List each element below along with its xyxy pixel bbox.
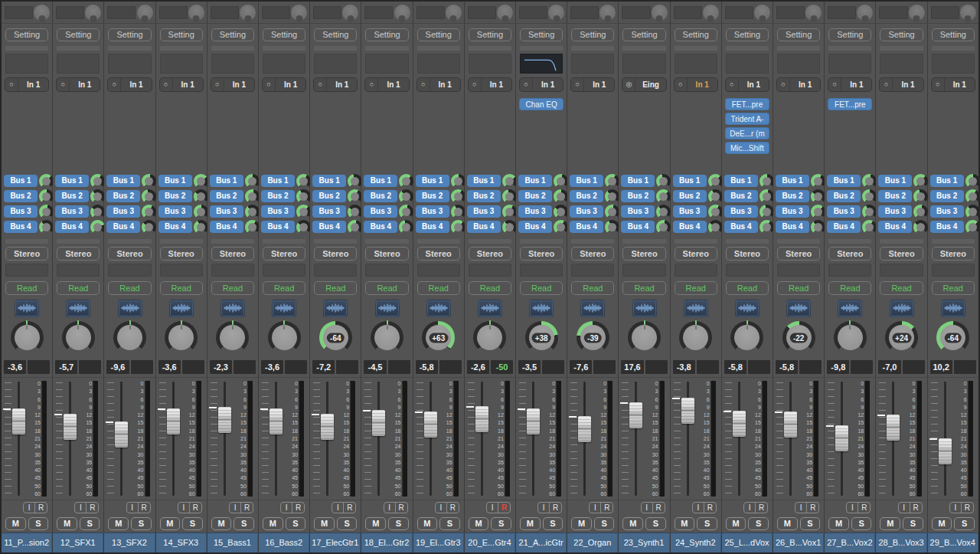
solo-button[interactable]: S xyxy=(594,517,615,530)
track-name[interactable]: 24_Synth2 xyxy=(671,533,721,552)
output-button[interactable]: Stereo xyxy=(365,247,408,261)
input-button[interactable]: ○ In 1 xyxy=(931,77,975,92)
eq-display[interactable] xyxy=(932,54,975,74)
automation-button[interactable]: Read xyxy=(417,281,460,295)
mute-button[interactable]: M xyxy=(5,517,26,530)
send-bus-button[interactable]: Bus 4 xyxy=(673,221,707,233)
peak-display[interactable]: -50 xyxy=(491,360,513,374)
mute-button[interactable]: M xyxy=(726,517,746,530)
mute-button[interactable]: M xyxy=(622,517,643,530)
volume-display[interactable]: -3,5 xyxy=(518,360,541,374)
mute-button[interactable]: M xyxy=(108,517,129,530)
send-bus-button[interactable]: Bus 3 xyxy=(4,205,38,218)
send-bus-button[interactable]: Bus 2 xyxy=(4,190,38,202)
send-bus-button[interactable]: Bus 3 xyxy=(827,205,861,218)
setting-button[interactable]: Setting xyxy=(932,28,975,41)
setting-button[interactable]: Setting xyxy=(622,28,665,41)
record-button[interactable]: R xyxy=(139,503,150,513)
solo-button[interactable]: S xyxy=(491,517,511,530)
pan-knob[interactable] xyxy=(371,321,403,354)
fader-cap[interactable] xyxy=(835,425,848,451)
send-level-knob[interactable] xyxy=(913,174,928,188)
send-slot-bar[interactable] xyxy=(571,239,614,244)
send-level-knob[interactable] xyxy=(708,174,723,188)
group-slot[interactable] xyxy=(726,264,769,277)
send-level-knob[interactable] xyxy=(913,205,928,219)
send-bus-button[interactable]: Bus 4 xyxy=(878,221,912,233)
pan-knob[interactable]: -64 xyxy=(936,321,969,354)
output-button[interactable]: Stereo xyxy=(880,247,923,261)
group-slot[interactable] xyxy=(57,264,100,277)
send-bus-button[interactable]: Bus 2 xyxy=(673,190,707,202)
volume-display[interactable]: -3,6 xyxy=(261,360,283,374)
send-level-knob[interactable] xyxy=(142,205,156,219)
send-bus-button[interactable]: Bus 1 xyxy=(364,175,397,187)
send-level-knob[interactable] xyxy=(708,189,723,204)
waveform-icon-button[interactable] xyxy=(890,300,914,317)
record-button[interactable]: R xyxy=(601,503,612,513)
solo-button[interactable]: S xyxy=(131,517,152,530)
send-level-knob[interactable] xyxy=(451,220,466,234)
input-monitor-button[interactable]: I xyxy=(75,503,87,513)
group-slot[interactable] xyxy=(571,264,614,277)
mute-button[interactable]: M xyxy=(932,517,952,530)
send-level-knob[interactable] xyxy=(399,174,413,188)
send-level-knob[interactable] xyxy=(811,205,825,219)
fader-cap[interactable] xyxy=(12,408,25,434)
eq-slot-bar[interactable] xyxy=(828,46,871,51)
send-bus-button[interactable]: Bus 4 xyxy=(55,221,89,233)
send-level-knob[interactable] xyxy=(39,205,54,219)
automation-button[interactable]: Read xyxy=(108,281,151,295)
input-button[interactable]: ○ In 1 xyxy=(313,77,358,92)
automation-button[interactable]: Read xyxy=(5,281,48,295)
fader-cap[interactable] xyxy=(887,415,900,441)
send-bus-button[interactable]: Bus 3 xyxy=(621,205,655,218)
send-bus-button[interactable]: Bus 1 xyxy=(518,175,552,187)
send-level-knob[interactable] xyxy=(760,220,774,234)
send-level-knob[interactable] xyxy=(348,174,362,188)
pan-knob[interactable] xyxy=(473,321,506,354)
pan-knob[interactable] xyxy=(11,321,44,354)
pan-knob[interactable] xyxy=(62,321,95,354)
solo-button[interactable]: S xyxy=(543,517,564,530)
peak-display[interactable] xyxy=(645,360,668,374)
output-button[interactable]: Stereo xyxy=(160,247,203,261)
send-bus-button[interactable]: Bus 2 xyxy=(724,190,758,202)
send-slot-bar[interactable] xyxy=(417,239,460,244)
waveform-icon-button[interactable] xyxy=(941,300,965,317)
eq-slot-bar[interactable] xyxy=(520,46,563,51)
output-button[interactable]: Stereo xyxy=(622,247,665,261)
send-level-knob[interactable] xyxy=(965,189,980,204)
plugin-slot-button[interactable]: FET...pre xyxy=(725,98,769,110)
group-slot[interactable] xyxy=(211,264,254,277)
input-button[interactable]: ○ In 1 xyxy=(468,77,512,92)
send-level-knob[interactable] xyxy=(194,205,208,219)
eq-slot-bar[interactable] xyxy=(263,46,305,51)
send-level-knob[interactable] xyxy=(296,205,311,219)
send-slot-bar[interactable] xyxy=(211,239,254,244)
setting-button[interactable]: Setting xyxy=(571,28,614,41)
input-button[interactable]: ○ In 1 xyxy=(725,77,769,92)
group-slot[interactable] xyxy=(263,264,305,277)
group-slot[interactable] xyxy=(622,264,665,277)
record-button[interactable]: R xyxy=(35,503,47,513)
send-level-knob[interactable] xyxy=(194,220,208,234)
input-monitor-button[interactable]: I xyxy=(436,503,447,513)
peak-display[interactable] xyxy=(748,360,770,374)
send-bus-button[interactable]: Bus 3 xyxy=(364,205,397,218)
record-button[interactable]: R xyxy=(292,503,304,513)
send-bus-button[interactable]: Bus 1 xyxy=(261,175,295,187)
eq-display[interactable] xyxy=(160,54,203,74)
fader-track[interactable] xyxy=(377,382,380,496)
waveform-icon-button[interactable] xyxy=(632,300,657,317)
send-level-knob[interactable] xyxy=(913,220,928,234)
send-level-knob[interactable] xyxy=(142,220,156,234)
output-button[interactable]: Stereo xyxy=(571,247,614,261)
send-level-knob[interactable] xyxy=(605,220,619,234)
gain-knob[interactable] xyxy=(85,5,101,21)
send-bus-button[interactable]: Bus 4 xyxy=(467,221,501,233)
automation-button[interactable]: Read xyxy=(726,281,769,295)
fader-cap[interactable] xyxy=(681,398,694,424)
send-bus-button[interactable]: Bus 4 xyxy=(416,221,449,233)
gain-knob[interactable] xyxy=(394,5,410,21)
